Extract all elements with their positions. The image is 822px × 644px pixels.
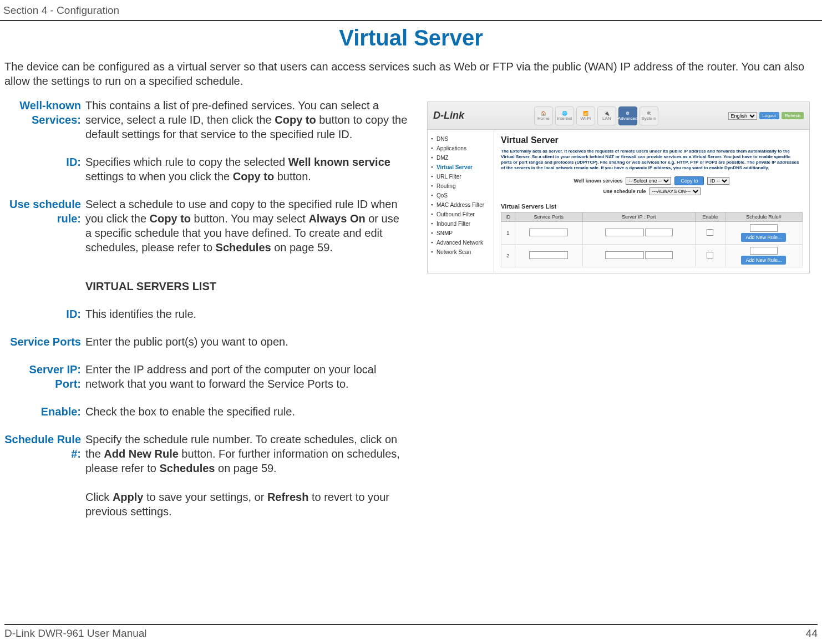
bold: Copy to bbox=[275, 114, 316, 126]
nav-lan[interactable]: 🔌LAN bbox=[597, 107, 616, 125]
text: button. bbox=[274, 170, 311, 182]
bold: Always On bbox=[308, 212, 365, 225]
label-id: ID: bbox=[0, 155, 83, 197]
bold: Refresh bbox=[267, 491, 308, 503]
section-header: Section 4 - Configuration bbox=[0, 4, 822, 19]
bold: Schedules bbox=[159, 462, 215, 474]
divider-top bbox=[0, 20, 822, 21]
nav-system[interactable]: 🛠System bbox=[640, 107, 658, 125]
bold: Copy to bbox=[150, 212, 191, 225]
top-nav: 🏠Home 🌐Internet 📶Wi-Fi 🔌LAN ⚙Advanced 🛠S… bbox=[534, 107, 658, 125]
subheading-vsl: VIRTUAL SERVERS LIST bbox=[83, 268, 410, 307]
table-row: 1 Add New Rule... bbox=[501, 222, 803, 245]
lang-select[interactable]: English bbox=[728, 112, 757, 120]
col-service-ports: Service Ports bbox=[515, 212, 582, 222]
bold: Well known service bbox=[288, 156, 390, 168]
sidebar: DNS Applications DMZ Virtual Server URL … bbox=[428, 130, 494, 273]
text: settings to when you click the bbox=[85, 170, 233, 182]
add-new-rule-button[interactable]: Add New Rule... bbox=[741, 256, 786, 265]
sidebar-item-applications[interactable]: Applications bbox=[431, 144, 490, 153]
label-id2: ID: bbox=[0, 307, 83, 334]
usr-select[interactable]: ---ALWAYS ON--- bbox=[650, 187, 701, 195]
panel-description: The Externally acts as server. It receiv… bbox=[501, 149, 803, 171]
usr-label: Use schedule rule bbox=[603, 189, 646, 194]
divider-bottom bbox=[4, 624, 818, 625]
list-title: Virtual Servers List bbox=[501, 203, 803, 210]
col-id: ID bbox=[501, 212, 515, 222]
text: button. You may select bbox=[191, 212, 308, 225]
logout-button[interactable]: Logout bbox=[759, 112, 779, 119]
desc-enable: Check the box to enable the specified ru… bbox=[83, 404, 410, 432]
nav-home[interactable]: 🏠Home bbox=[534, 107, 553, 125]
nav-label: Advanced bbox=[618, 116, 638, 121]
enable-checkbox[interactable] bbox=[707, 252, 713, 258]
sidebar-item-inbound-filter[interactable]: Inbound Filter bbox=[431, 219, 490, 229]
definition-table: Well-known Services: This contains a lis… bbox=[0, 98, 410, 532]
text: to save your settings, or bbox=[143, 491, 267, 503]
intro-text: The device can be configured as a virtua… bbox=[4, 59, 819, 88]
label-schedule-rule: Schedule Rule #: bbox=[0, 432, 83, 532]
col-server-ip: Server IP : Port bbox=[582, 212, 695, 222]
sidebar-item-virtual-server[interactable]: Virtual Server bbox=[431, 163, 490, 172]
sidebar-item-outbound-filter[interactable]: Outbound Filter bbox=[431, 210, 490, 219]
desc-use-schedule: Select a schedule to use and copy to the… bbox=[83, 197, 410, 268]
sidebar-item-url-filter[interactable]: URL Filter bbox=[431, 172, 490, 181]
bold: Add New Rule bbox=[104, 448, 178, 460]
schedule-rule-input[interactable] bbox=[750, 224, 778, 232]
schedule-rule-input[interactable] bbox=[750, 247, 778, 255]
cell-id: 1 bbox=[501, 222, 515, 245]
logo: D-Link bbox=[433, 110, 464, 121]
bold: Schedules bbox=[216, 241, 271, 253]
sidebar-item-qos[interactable]: QoS bbox=[431, 191, 490, 200]
nav-label: LAN bbox=[602, 116, 611, 121]
nav-advanced[interactable]: ⚙Advanced bbox=[618, 107, 637, 125]
sidebar-item-advanced-network[interactable]: Advanced Network bbox=[431, 238, 490, 247]
nav-label: System bbox=[641, 116, 656, 121]
cell-id: 2 bbox=[501, 245, 515, 267]
col-schedule-rule: Schedule Rule# bbox=[725, 212, 802, 222]
label-use-schedule: Use schedule rule: bbox=[0, 197, 83, 268]
id-select[interactable]: ID -- bbox=[707, 177, 729, 185]
col-enable: Enable bbox=[695, 212, 725, 222]
wk-label: Well known services bbox=[574, 178, 623, 184]
sidebar-item-mac-filter[interactable]: MAC Address Filter bbox=[431, 200, 490, 210]
virtual-servers-table: ID Service Ports Server IP : Port Enable… bbox=[501, 212, 803, 267]
bold: Apply bbox=[113, 491, 144, 503]
server-ip-input[interactable] bbox=[605, 251, 644, 259]
wk-select[interactable]: -- Select one -- bbox=[626, 177, 671, 185]
nav-wifi[interactable]: 📶Wi-Fi bbox=[576, 107, 595, 125]
panel-title: Virtual Server bbox=[501, 135, 803, 145]
sidebar-item-routing[interactable]: Routing bbox=[431, 181, 490, 191]
nav-internet[interactable]: 🌐Internet bbox=[555, 107, 574, 125]
desc-service-ports: Enter the public port(s) you want to ope… bbox=[83, 334, 410, 362]
copy-to-button[interactable]: Copy to bbox=[674, 176, 704, 185]
desc-well-known: This contains a list of pre-defined serv… bbox=[83, 98, 410, 155]
nav-label: Internet bbox=[557, 116, 572, 121]
text: on page 59. bbox=[215, 462, 276, 474]
server-port-input[interactable] bbox=[645, 229, 673, 236]
service-ports-input[interactable] bbox=[529, 251, 568, 259]
service-ports-input[interactable] bbox=[529, 229, 568, 236]
sidebar-item-network-scan[interactable]: Network Scan bbox=[431, 247, 490, 257]
desc-id: Specifies which rule to copy the selecte… bbox=[83, 155, 410, 197]
desc-id2: This identifies the rule. bbox=[83, 307, 410, 334]
sidebar-item-dns[interactable]: DNS bbox=[431, 134, 490, 144]
refresh-button[interactable]: Refresh bbox=[782, 112, 804, 119]
add-new-rule-button[interactable]: Add New Rule... bbox=[741, 233, 786, 242]
sidebar-item-snmp[interactable]: SNMP bbox=[431, 229, 490, 238]
table-row: 2 Add New Rule... bbox=[501, 245, 803, 267]
label-enable: Enable: bbox=[0, 404, 83, 432]
label-server-ip: Server IP: Port: bbox=[0, 362, 83, 404]
bold: Copy to bbox=[233, 170, 274, 182]
text: on page 59. bbox=[271, 241, 333, 253]
page-number: 44 bbox=[806, 627, 818, 640]
text: Click bbox=[85, 491, 113, 503]
server-ip-input[interactable] bbox=[605, 229, 644, 236]
nav-label: Home bbox=[537, 116, 549, 121]
desc-server-ip: Enter the IP address and port of the com… bbox=[83, 362, 410, 404]
sidebar-item-dmz[interactable]: DMZ bbox=[431, 153, 490, 163]
text: Specifies which rule to copy the selecte… bbox=[85, 156, 288, 168]
enable-checkbox[interactable] bbox=[707, 229, 713, 236]
label-service-ports: Service Ports bbox=[0, 334, 83, 362]
server-port-input[interactable] bbox=[645, 251, 673, 259]
